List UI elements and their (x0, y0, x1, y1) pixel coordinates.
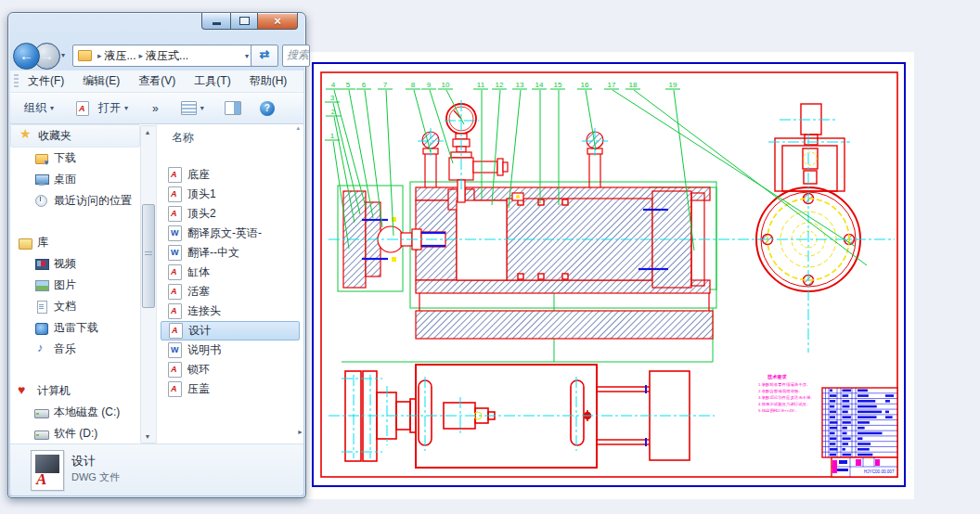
sidebar-item-label: 图片 (54, 277, 76, 293)
picture-icon (34, 278, 50, 292)
preview-pane-icon (225, 101, 241, 115)
close-icon: × (274, 15, 281, 27)
sidebar-item-label: 最近访问的位置 (54, 193, 132, 209)
details-pane: 设计 DWG 文件 (10, 443, 303, 495)
sidebar-item-label: 视频 (54, 256, 76, 272)
sidebar-item-11[interactable]: 本地磁盘 (C:) (10, 402, 140, 423)
sidebar-item-label: 音乐 (54, 341, 76, 357)
minimize-button[interactable] (201, 13, 231, 30)
sidebar-item-1[interactable]: 下载 (10, 148, 140, 169)
forward-icon: → (40, 47, 54, 63)
search-input[interactable]: 搜索 液压式... (282, 45, 310, 67)
breadcrumb-current[interactable]: 液压式... (146, 48, 188, 64)
close-button[interactable]: × (258, 13, 298, 30)
nav-history-dropdown[interactable]: ▾ (61, 51, 65, 59)
library-icon (18, 236, 33, 250)
sidebar-item-0[interactable]: 收藏夹 (10, 124, 140, 148)
dwg-file-icon (168, 167, 182, 183)
file-row-4[interactable]: 翻译--中文 (161, 243, 300, 263)
thunder-icon (34, 321, 50, 335)
views-icon (181, 101, 197, 115)
sidebar-item-12[interactable]: 软件 (D:) (10, 423, 140, 444)
chevron-down-icon: ▾ (50, 104, 54, 112)
menu-item-0[interactable]: 文件(F) (19, 71, 73, 92)
sidebar-item-6[interactable]: 图片 (10, 275, 140, 296)
sidebar-item-2[interactable]: 桌面 (10, 169, 140, 190)
svg-text:11: 11 (477, 81, 485, 89)
file-row-7[interactable]: 连接头 (161, 302, 300, 321)
views-button[interactable]: ▾ (174, 97, 211, 119)
svg-text:6: 6 (362, 81, 367, 89)
svg-text:17: 17 (608, 81, 616, 89)
column-header-name[interactable]: 名称 (172, 130, 194, 146)
refresh-button[interactable]: ⇄ (251, 45, 278, 67)
sidebar-item-label: 库 (37, 235, 48, 251)
address-field[interactable]: ▸ 液压... ▸ 液压式... ▾ (72, 45, 254, 67)
file-name-label: 底座 (187, 167, 210, 183)
menu-item-4[interactable]: 帮助(H) (240, 71, 297, 92)
sidebar-item-label: 计算机 (37, 383, 71, 399)
organize-button[interactable]: 组织 ▾ (18, 96, 60, 120)
sidebar-scrollbar[interactable]: ▲ ▼ (140, 125, 157, 443)
maximize-icon (239, 17, 250, 25)
file-row-10[interactable]: 锁环 (161, 360, 300, 379)
svg-text:1: 1 (330, 132, 335, 140)
desktop-icon (34, 173, 50, 186)
sidebar-item-3[interactable]: 最近访问的位置 (10, 190, 140, 212)
open-label: 打开 (98, 100, 121, 116)
scroll-down-icon[interactable]: ▼ (141, 430, 154, 443)
file-row-11[interactable]: 压盖 (161, 379, 300, 399)
cad-preview-panel: 12345678910111213141516171819 技术要求1.装配前各… (306, 52, 914, 499)
file-row-9[interactable]: 说明书 (161, 341, 300, 360)
disk-icon (34, 427, 50, 441)
help-icon: ? (260, 101, 275, 116)
preview-pane-button[interactable] (218, 97, 248, 119)
file-list-pane: 名称 ▴ 底座顶头1顶头2翻译原文-英语-翻译--中文缸体活塞连接头设计说明书锁… (156, 124, 303, 444)
file-row-8[interactable]: 设计 (161, 321, 300, 341)
caption-buttons: × (201, 13, 298, 30)
file-name-label: 压盖 (187, 381, 210, 397)
sidebar-scrollbar-thumb[interactable] (142, 204, 155, 308)
sidebar-item-7[interactable]: 文档 (10, 296, 140, 317)
file-row-2[interactable]: 顶头2 (161, 204, 300, 224)
technical-notes: 技术要求1.装配前各零件须清洗干净。2.各配合面涂润滑油脂。3.装配后运动件应灵… (758, 374, 815, 414)
file-row-0[interactable]: 底座 (161, 165, 300, 185)
svg-text:14: 14 (535, 81, 544, 89)
sidebar-item-4[interactable]: 库 (10, 232, 140, 253)
crumb-separator-icon: ▸ (139, 51, 144, 60)
menu-item-3[interactable]: 工具(T) (185, 71, 239, 92)
svg-text:18: 18 (629, 81, 638, 89)
breadcrumb-root[interactable]: 液压... (105, 48, 136, 64)
menu-item-1[interactable]: 编辑(E) (73, 71, 129, 92)
refresh-icon: ⇄ (260, 47, 270, 61)
sidebar-item-10[interactable]: 计算机 (10, 380, 140, 402)
menu-item-2[interactable]: 查看(V) (129, 71, 185, 92)
file-row-3[interactable]: 翻译原文-英语- (161, 224, 300, 243)
back-button[interactable]: ← (13, 43, 40, 70)
sidebar-item-9[interactable]: 音乐 (10, 339, 140, 360)
file-name-label: 设计 (188, 323, 211, 339)
svg-text:1.装配前各零件须清洗干净。: 1.装配前各零件须清洗干净。 (758, 382, 810, 387)
toolbar-overflow-button[interactable]: » (146, 98, 165, 119)
help-button[interactable]: ? (253, 97, 281, 120)
file-row-1[interactable]: 顶头1 (161, 185, 300, 204)
file-row-6[interactable]: 活塞 (161, 282, 300, 302)
file-row-5[interactable]: 缸体 (161, 263, 300, 282)
minimize-icon (213, 22, 221, 25)
download-icon (34, 151, 50, 165)
svg-text:4: 4 (331, 81, 336, 89)
file-name-label: 缸体 (187, 264, 210, 280)
music-icon (34, 342, 50, 356)
svg-text:15: 15 (554, 81, 562, 89)
cad-drawing: 12345678910111213141516171819 技术要求1.装配前各… (306, 52, 914, 499)
scroll-up-icon[interactable]: ▲ (141, 126, 154, 138)
maximize-button[interactable] (231, 13, 258, 30)
file-name-label: 顶头1 (187, 186, 216, 202)
open-button[interactable]: 打开 ▾ (70, 96, 135, 120)
sidebar-item-5[interactable]: 视频 (10, 253, 140, 275)
scroll-right-icon[interactable]: ► (294, 427, 303, 437)
dwg-file-icon (169, 323, 183, 339)
sidebar-item-8[interactable]: 迅雷下载 (10, 317, 140, 339)
drawing-code: HJYC00.00.007 (864, 469, 895, 474)
svg-text:4.按规定试验压力进行试压。: 4.按规定试验压力进行试压。 (758, 402, 810, 406)
